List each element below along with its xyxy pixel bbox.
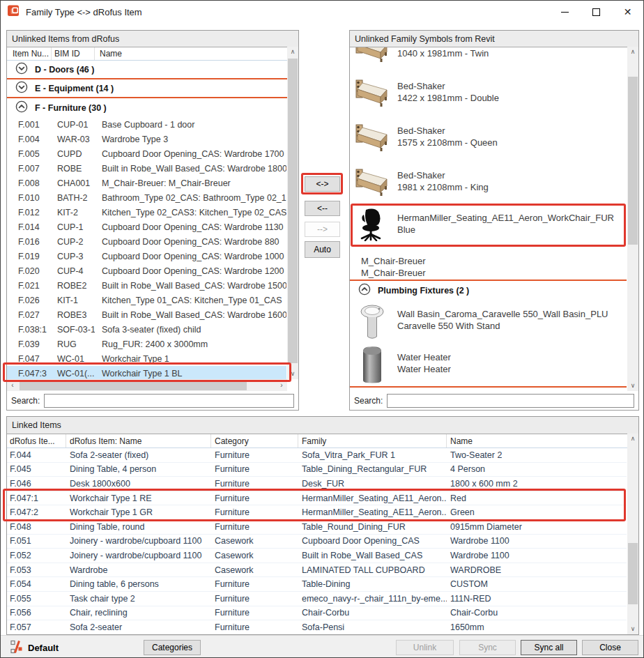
sync-all-button[interactable]: Sync all	[521, 640, 577, 655]
group-row-expanded[interactable]: F - Furniture (30 )	[7, 98, 298, 117]
linked-item-row[interactable]: F.055Task chair type 2Furnitureemeco_nav…	[7, 592, 627, 606]
column-drofus-item-name[interactable]: dRofus Item: Name	[66, 434, 211, 447]
linked-item-row[interactable]: F.053WardrobeCaseworkLAMINATED TALL CUPB…	[7, 563, 627, 578]
linked-item-row[interactable]: F.047:1Workchair Type 1 REFurnitureHerma…	[7, 491, 627, 506]
unlinked-item-row[interactable]: F.005 CUPD Cupboard Door Opening_CAS: Wa…	[7, 146, 286, 161]
scroll-down-icon[interactable]: ∨	[627, 624, 638, 634]
linked-item-row[interactable]: F.054Dining table, 6 personsFurnitureTab…	[7, 577, 627, 592]
unlinked-item-row[interactable]: F.016 CUP-2 Cupboard Door Opening_CAS: W…	[7, 234, 286, 249]
linked-item-row[interactable]: F.048Dining Table, roundFurnitureTable_R…	[7, 520, 627, 535]
chevron-up-icon[interactable]	[358, 283, 371, 298]
v-scroll-thumb[interactable]	[288, 59, 298, 363]
linked-vertical-scrollbar[interactable]: ∧ ∨	[627, 434, 638, 634]
scroll-up-icon[interactable]: ∧	[627, 47, 638, 57]
scroll-left-icon[interactable]: ‹	[7, 379, 18, 391]
item-number: F.020	[7, 266, 52, 276]
maximize-icon[interactable]	[581, 1, 612, 23]
unlinked-item-row[interactable]: F.020 CUP-4 Cupboard Door Opening_CAS: W…	[7, 263, 286, 278]
unlinked-item-row[interactable]: F.019 CUP-3 Cupboard Door Opening_CAS: W…	[7, 249, 286, 263]
scroll-right-icon[interactable]: ›	[276, 379, 287, 391]
column-category[interactable]: Category	[211, 434, 298, 447]
chevron-down-icon[interactable]	[15, 62, 28, 77]
chevron-down-icon[interactable]	[15, 81, 28, 95]
right-vertical-scrollbar[interactable]: ∧ ∨	[627, 47, 638, 391]
linked-item-row[interactable]: F.046Desk 1800x600FurnitureDesk_FUR1800 …	[7, 477, 627, 491]
unlinked-item-row[interactable]: F.021 ROBE2 Built in Robe_Wall Based_CAS…	[7, 278, 286, 293]
unlinked-item-row[interactable]: F.012 KIT-2 Kitchen_Type 02_CAS3: Kitche…	[7, 205, 286, 220]
v-scroll-thumb[interactable]	[628, 543, 638, 604]
column-bim-id[interactable]: BIM ID	[52, 47, 95, 60]
v-scroll-track[interactable]	[287, 57, 298, 369]
group-row-plumbing[interactable]: Plumbing Fixtures (2 )	[350, 281, 627, 300]
column-name[interactable]: Name	[95, 47, 286, 60]
linked-item-row[interactable]: F.052Joinery - wardrobe/cupboard 1100Cas…	[7, 549, 627, 563]
column-item-number[interactable]: Item Nu...	[7, 47, 52, 60]
group-row-collapsed[interactable]: E - Equipment (14 )	[7, 79, 298, 98]
drofus-item-id: F.057	[7, 622, 66, 632]
v-scroll-track[interactable]	[627, 444, 638, 624]
item-name: Bathroom_Type 02_CAS: Bathroom_Type 02_1…	[95, 193, 286, 203]
unlinked-items-panel: Unlinked Items from dRofus Item Nu... BI…	[6, 30, 299, 411]
unlinked-item-row[interactable]: F.038:1 SOF-03-1 Sofa 3-seater (fixed) c…	[7, 322, 286, 337]
symbol-row[interactable]: Water HeaterWater Heater	[350, 343, 627, 388]
linked-item-row[interactable]: F.057Sofa 2-seaterFurnitureSofa-Pensi165…	[7, 620, 627, 634]
unlinked-item-row[interactable]: F.008 CHA001 M_Chair-Breuer: M_Chair-Bre…	[7, 176, 286, 190]
symbol-row[interactable]: Wall Basin_Caroma_Caravelle 550_Wall Bas…	[350, 300, 627, 343]
scroll-down-icon[interactable]: ∨	[287, 369, 298, 379]
symbol-row[interactable]: Bed-Shaker1575 x 2108mm - Queen	[350, 114, 627, 159]
linked-item-row[interactable]: F.044Sofa 2-seater (fixed)FurnitureSofa_…	[7, 448, 627, 463]
scroll-up-icon[interactable]: ∧	[627, 434, 638, 444]
v-scroll-thumb[interactable]	[628, 77, 638, 245]
unlinked-item-row[interactable]: F.004 WAR-03 Wardrobe Type 3	[7, 132, 286, 146]
group-row-collapsed[interactable]: D - Doors (46 )	[7, 61, 298, 79]
bim-id: WAR-03	[52, 135, 95, 144]
unlinked-item-row[interactable]: F.047:3 WC-01(... Workchair Type 1 BL	[7, 366, 286, 379]
unlinked-item-row[interactable]: F.014 CUP-1 Cupboard Door Opening_CAS: W…	[7, 220, 286, 234]
symbol-row[interactable]: Bed-Shaker1422 x 1981mm - Double	[350, 70, 627, 114]
bim-id: CHA001	[52, 178, 95, 188]
unlinked-item-row[interactable]: F.001 CUP-01 Base Cupboard - 1 door	[7, 117, 286, 132]
column-drofus-item[interactable]: dRofus Ite...	[7, 434, 66, 447]
right-search-input[interactable]	[387, 394, 634, 408]
right-search-label: Search:	[354, 396, 383, 406]
symbol-row-text-only[interactable]: M_Chair-BreuerM_Chair-Breuer	[350, 245, 627, 281]
column-family[interactable]: Family	[298, 434, 447, 447]
category: Furniture	[211, 494, 298, 503]
symbol-row-hermanmiller[interactable]: HermanMiller_Seating_AE11_Aeron_WorkChai…	[350, 204, 627, 245]
drofus-item-id: F.048	[7, 522, 66, 532]
linked-item-row[interactable]: F.047:2Workchair Type 1 GRFurnitureHerma…	[7, 505, 627, 520]
linked-item-row[interactable]: F.051Joinery - wardrobe/cupboard 1100Cas…	[7, 535, 627, 549]
link-left-button[interactable]: <--	[305, 201, 340, 216]
scroll-up-icon[interactable]: ∧	[287, 47, 298, 57]
unlinked-item-row[interactable]: F.047 WC-01 Workchair Type 1	[7, 351, 286, 366]
sync-button: Sync	[459, 640, 516, 655]
bim-id: BATH-2	[52, 193, 95, 203]
link-both-button[interactable]: <->	[305, 176, 340, 192]
unlinked-item-row[interactable]: F.010 BATH-2 Bathroom_Type 02_CAS: Bathr…	[7, 190, 286, 205]
h-scroll-track[interactable]	[18, 379, 276, 391]
unlinked-item-row[interactable]: F.027 ROBE3 Built in Robe_Wall Based_CAS…	[7, 307, 286, 322]
categories-button[interactable]: Categories	[144, 640, 201, 655]
unlinked-item-row[interactable]: F.007 ROBE Built in Robe_Wall Based_CAS:…	[7, 161, 286, 176]
linked-item-row[interactable]: F.045Dining Table, 4 personFurnitureTabl…	[7, 463, 627, 477]
footer-bar: Default Categories UnlinkSyncSync allClo…	[1, 635, 643, 658]
scroll-down-icon[interactable]: ∨	[627, 381, 638, 391]
default-profile[interactable]: Default	[10, 640, 59, 656]
type-name: Wardrobe 1100	[447, 536, 509, 546]
symbol-row[interactable]: Bed-Shaker1981 x 2108mm - King	[350, 159, 627, 204]
close-icon[interactable]: ✕	[612, 1, 643, 23]
h-scroll-thumb[interactable]	[20, 380, 247, 390]
v-scroll-track[interactable]	[627, 57, 638, 381]
minimize-icon[interactable]	[549, 1, 581, 23]
horizontal-scrollbar[interactable]: ‹ ›	[7, 379, 287, 391]
left-search-input[interactable]	[44, 394, 294, 408]
left-vertical-scrollbar[interactable]: ∧ ∨	[287, 47, 298, 379]
auto-link-button[interactable]: Auto	[305, 241, 340, 258]
unlinked-item-row[interactable]: F.039 RUG Rug_FUR: 2400 x 3000mm	[7, 337, 286, 351]
chevron-up-icon[interactable]	[15, 100, 28, 115]
column-name[interactable]: Name	[447, 434, 627, 447]
linked-item-row[interactable]: F.056Chair, recliningFurnitureChair-Corb…	[7, 606, 627, 621]
unlinked-item-row[interactable]: F.026 KIT-1 Kitchen_Type 01_CAS: Kitchen…	[7, 293, 286, 307]
symbol-row-partial[interactable]: Bed-Shaker1040 x 1981mm - Twin	[350, 47, 627, 70]
close-button[interactable]: Close	[582, 640, 638, 655]
